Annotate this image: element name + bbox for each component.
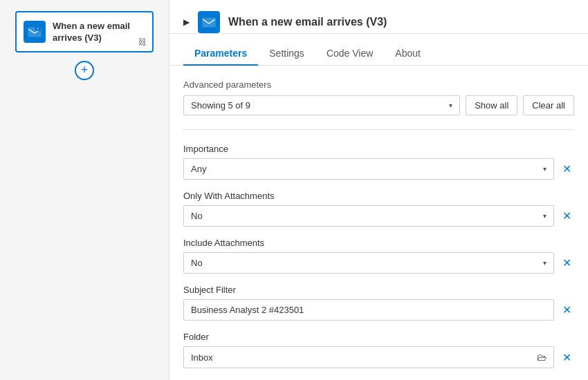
only-with-attachments-remove-button[interactable]: ✕ [560, 207, 574, 225]
tab-bar: Parameters Settings Code View About [169, 42, 588, 66]
only-with-attachments-label: Only With Attachments [183, 191, 574, 201]
showing-text: Showing 5 of 9 [191, 100, 250, 111]
importance-group: Importance Any ▾ ✕ [183, 144, 574, 180]
subject-filter-label: Subject Filter [183, 285, 574, 295]
add-step-button[interactable]: + [75, 61, 94, 80]
sidebar: ! When a new email arrives (V3) ⛓ + [0, 0, 169, 380]
svg-text:!: ! [37, 27, 39, 31]
show-all-button[interactable]: Show all [466, 95, 517, 115]
folder-label: Folder [183, 332, 574, 342]
include-attachments-remove-button[interactable]: ✕ [560, 254, 574, 272]
importance-remove-button[interactable]: ✕ [560, 160, 574, 178]
only-with-attachments-dropdown[interactable]: No ▾ [183, 205, 554, 227]
tab-settings[interactable]: Settings [258, 42, 315, 66]
include-attachments-row: No ▾ ✕ [183, 252, 574, 274]
only-with-attachments-row: No ▾ ✕ [183, 205, 574, 227]
subject-filter-remove-button[interactable]: ✕ [560, 301, 574, 319]
trigger-card-title: When a new email arrives (V3) [53, 21, 145, 44]
tab-parameters[interactable]: Parameters [183, 42, 258, 66]
folder-input[interactable]: Inbox 🗁 [183, 346, 554, 368]
tab-about[interactable]: About [384, 42, 432, 66]
importance-dropdown[interactable]: Any ▾ [183, 158, 554, 180]
content-area: Advanced parameters Showing 5 of 9 ▾ Sho… [169, 66, 588, 380]
folder-row: Inbox 🗁 ✕ [183, 346, 574, 368]
subject-filter-group: Subject Filter ✕ [183, 285, 574, 321]
folder-browse-icon[interactable]: 🗁 [537, 352, 546, 363]
divider [183, 129, 574, 130]
trigger-card[interactable]: ! When a new email arrives (V3) ⛓ [15, 11, 154, 53]
importance-chevron-icon: ▾ [543, 165, 546, 173]
only-with-attachments-chevron-icon: ▾ [543, 212, 546, 220]
subject-filter-input[interactable] [183, 299, 554, 321]
link-icon: ⛓ [138, 37, 147, 47]
clear-all-button[interactable]: Clear all [523, 95, 574, 115]
advanced-parameters-label: Advanced parameters [183, 79, 574, 90]
expand-button[interactable]: ▶ [183, 17, 190, 27]
importance-label: Importance [183, 144, 574, 154]
include-attachments-label: Include Attachments [183, 238, 574, 248]
folder-remove-button[interactable]: ✕ [560, 348, 574, 367]
panel-title: When a new email arrives (V3) [228, 16, 574, 28]
include-attachments-chevron-icon: ▾ [543, 259, 546, 267]
main-panel: ▶ When a new email arrives (V3) Paramete… [169, 0, 588, 380]
chevron-down-icon: ▾ [449, 102, 452, 109]
subject-filter-row: ✕ [183, 299, 574, 321]
importance-value: Any [191, 164, 206, 174]
include-attachments-dropdown[interactable]: No ▾ [183, 252, 554, 274]
folder-value: Inbox [191, 352, 213, 363]
only-with-attachments-value: No [191, 211, 203, 221]
svg-rect-3 [203, 18, 215, 27]
panel-header: ▶ When a new email arrives (V3) [169, 0, 588, 34]
showing-dropdown[interactable]: Showing 5 of 9 ▾ [183, 95, 460, 115]
folder-group: Folder Inbox 🗁 ✕ [183, 332, 574, 368]
include-attachments-value: No [191, 258, 203, 268]
tab-code-view[interactable]: Code View [315, 42, 384, 66]
only-with-attachments-group: Only With Attachments No ▾ ✕ [183, 191, 574, 227]
advanced-parameters-row: Showing 5 of 9 ▾ Show all Clear all [183, 95, 574, 115]
email-trigger-icon: ! [24, 21, 46, 43]
include-attachments-group: Include Attachments No ▾ ✕ [183, 238, 574, 274]
importance-row: Any ▾ ✕ [183, 158, 574, 180]
email-header-icon [198, 11, 220, 33]
